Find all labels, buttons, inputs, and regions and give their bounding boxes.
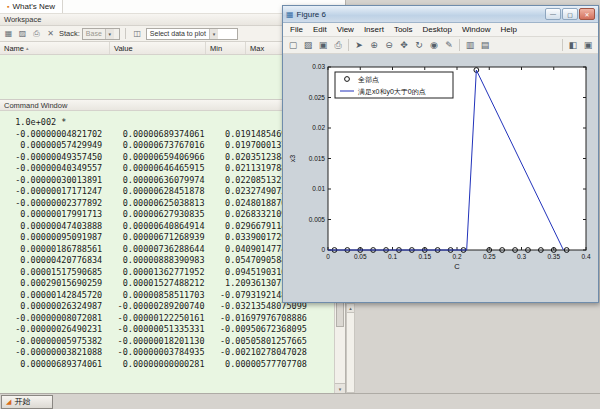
print-figure-icon[interactable]: ⎙ xyxy=(331,39,345,52)
svg-text:0.25: 0.25 xyxy=(483,253,496,260)
figure-icon: ▦ xyxy=(286,10,294,19)
right-panel-scrollbar[interactable]: ▴ xyxy=(346,303,355,393)
svg-text:C: C xyxy=(454,262,460,271)
plot-axes: 00.050.10.150.20.250.30.350.400.0050.010… xyxy=(283,54,598,302)
svg-text:0.1: 0.1 xyxy=(388,253,397,260)
chevron-down-icon: ▾ xyxy=(105,29,114,39)
tab-whats-new-label: What's New xyxy=(12,2,54,11)
pan-icon[interactable]: ✥ xyxy=(397,39,411,52)
insert-colorbar-icon[interactable]: ▥ xyxy=(463,39,477,52)
tab-whats-new[interactable]: ▪ What's New xyxy=(0,0,63,13)
matlab-desktop: ▪ What's New Workspace ▦▨⎙✕ Stack: Base … xyxy=(0,0,600,409)
hide-plot-tools-icon[interactable]: ◧ xyxy=(566,39,580,52)
close-button[interactable]: ✕ xyxy=(579,8,595,20)
figure-titlebar[interactable]: ▦ Figure 6 —▢✕ xyxy=(283,6,598,23)
column-header-label: Max xyxy=(250,44,264,53)
command-output-line: 0.00000186788561 0.00000736288644 0.0409… xyxy=(5,244,307,256)
menu-insert[interactable]: Insert xyxy=(359,23,389,36)
command-output-line: 1.0e+002 * xyxy=(5,117,307,129)
menu-desktop[interactable]: Desktop xyxy=(418,23,457,36)
command-output-line: -0.00000003821088 -0.00000003784935 -0.0… xyxy=(5,347,307,359)
delete-variable-icon[interactable]: ✕ xyxy=(44,27,57,40)
figure-menubar: FileEditViewInsertToolsDesktopWindowHelp xyxy=(283,23,598,37)
command-output-line: -0.00000030013891 0.00000636079974 0.022… xyxy=(5,175,307,187)
svg-text:0.015: 0.015 xyxy=(309,155,326,162)
menu-help[interactable]: Help xyxy=(495,23,521,36)
scroll-up-icon[interactable]: ▴ xyxy=(347,304,354,313)
stack-combobox[interactable]: Base ▾ xyxy=(82,28,120,40)
column-header-name[interactable]: Name▴ xyxy=(0,42,110,54)
minimize-button[interactable]: — xyxy=(545,8,561,20)
command-output: 1.0e+002 * -0.00000004821702 0.000006893… xyxy=(5,117,307,370)
print-icon[interactable]: ⎙ xyxy=(30,27,43,40)
svg-text:0.02: 0.02 xyxy=(312,124,325,131)
svg-text:满足x0和y0大于0的点: 满足x0和y0大于0的点 xyxy=(358,88,426,96)
zoom-out-icon[interactable]: ⊖ xyxy=(382,39,396,52)
svg-text:0.35: 0.35 xyxy=(547,253,560,260)
command-output-line: 0.00000017991713 0.00000627930835 0.0268… xyxy=(5,209,307,221)
column-header-label: Name xyxy=(4,44,24,53)
scroll-down-icon[interactable]: ▾ xyxy=(335,383,345,393)
show-plot-tools-icon[interactable]: ▣ xyxy=(581,39,595,52)
command-output-line: 0.00000142845720 0.00000858511703 -0.079… xyxy=(5,290,307,302)
plot-selector-combobox[interactable]: Select data to plot ▾ xyxy=(146,28,238,40)
figure-title: Figure 6 xyxy=(297,10,326,19)
svg-text:0.3: 0.3 xyxy=(517,253,526,260)
command-output-line: -0.00000008072081 -0.00000122250161 -0.0… xyxy=(5,313,307,325)
command-output-line: 0.00001517590685 0.00001362771952 0.0945… xyxy=(5,267,307,279)
column-header-value[interactable]: Value xyxy=(110,42,206,54)
command-output-line: -0.00000005975382 -0.00000018201130 -0.0… xyxy=(5,336,307,348)
command-output-line: -0.00000026490231 -0.00000051335331 -0.0… xyxy=(5,324,307,336)
save-figure-icon[interactable]: ▣ xyxy=(316,39,330,52)
maximize-button[interactable]: ▢ xyxy=(562,8,578,20)
command-output-line: 0.00000095091987 0.00000671268939 0.0339… xyxy=(5,232,307,244)
toolbar-separator xyxy=(348,39,349,51)
insert-legend-icon[interactable]: ▤ xyxy=(478,39,492,52)
command-output-line: 0.00000047403888 0.00000640864914 0.0296… xyxy=(5,221,307,233)
command-output-line: 0.00000420776834 0.00000888390983 0.0547… xyxy=(5,255,307,267)
command-output-line: 0.00000689374061 0.00000000000281 0.0000… xyxy=(5,359,307,371)
window-buttons: —▢✕ xyxy=(545,8,595,20)
svg-text:0: 0 xyxy=(321,246,325,253)
sort-ascending-icon: ▴ xyxy=(26,45,29,51)
toolbar-separator xyxy=(562,39,563,51)
open-file-icon[interactable]: ▨ xyxy=(16,27,29,40)
zoom-in-icon[interactable]: ⊕ xyxy=(367,39,381,52)
figure-window: ▦ Figure 6 —▢✕ FileEditViewInsertToolsDe… xyxy=(282,5,599,303)
matlab-logo-icon: ◢ xyxy=(6,398,11,406)
new-variable-icon[interactable]: ▦ xyxy=(2,27,15,40)
column-header-label: Min xyxy=(210,44,222,53)
svg-text:0.15: 0.15 xyxy=(418,253,431,260)
svg-text:0.05: 0.05 xyxy=(354,253,367,260)
figure-canvas[interactable]: 00.050.10.150.20.250.30.350.400.0050.010… xyxy=(283,54,598,302)
brush-icon[interactable]: ✎ xyxy=(442,39,456,52)
menu-tools[interactable]: Tools xyxy=(389,23,418,36)
menu-view[interactable]: View xyxy=(332,23,359,36)
toolbar-separator xyxy=(459,39,460,51)
toolbar-separator xyxy=(125,28,126,39)
command-output-line: 0.00029015690259 0.00001527488212 1.2093… xyxy=(5,278,307,290)
edit-plot-icon[interactable]: ➤ xyxy=(352,39,366,52)
svg-text:0.03: 0.03 xyxy=(312,63,325,70)
column-header-label: Value xyxy=(114,44,133,53)
rotate-3d-icon[interactable]: ↻ xyxy=(412,39,426,52)
open-file-icon[interactable]: ▨ xyxy=(301,39,315,52)
whats-new-icon: ▪ xyxy=(7,3,9,10)
command-window-title: Command Window xyxy=(4,101,67,110)
column-header-min[interactable]: Min xyxy=(206,42,246,54)
menu-edit[interactable]: Edit xyxy=(308,23,332,36)
command-output-line: -0.00000004821702 0.00000689374061 0.019… xyxy=(5,129,307,141)
stack-label: Stack: xyxy=(59,29,80,38)
command-output-line: -0.00000049357450 0.00000659406966 0.020… xyxy=(5,152,307,164)
matlab-start-button[interactable]: ◢ 开始 xyxy=(1,395,53,409)
figure-toolbar: ▢▨▣⎙➤⊕⊖✥↻◉✎▥▤◧▣ xyxy=(283,37,598,54)
new-figure-icon[interactable]: ▢ xyxy=(286,39,300,52)
data-cursor-icon[interactable]: ◉ xyxy=(427,39,441,52)
svg-text:0.2: 0.2 xyxy=(452,253,461,260)
workspace-title: Workspace xyxy=(4,15,41,24)
plot-selector-icon: ◫ xyxy=(131,27,144,40)
menu-window[interactable]: Window xyxy=(457,23,495,36)
menu-file[interactable]: File xyxy=(285,23,308,36)
svg-text:0.01: 0.01 xyxy=(312,185,325,192)
command-output-line: 0.00000026324987 -0.00000289200740 -0.03… xyxy=(5,301,307,313)
